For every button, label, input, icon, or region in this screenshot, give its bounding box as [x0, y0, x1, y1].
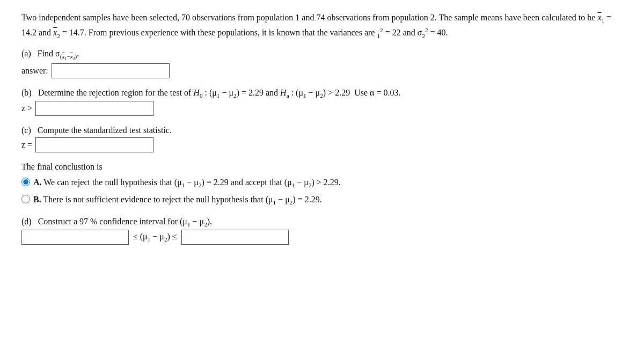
part-d-answer-row: ≤ (μ1 − μ2) ≤ [21, 230, 623, 245]
part-d-input-right[interactable] [181, 230, 289, 245]
part-b-answer-row: z > [21, 101, 623, 116]
option-b-radio[interactable] [21, 195, 30, 203]
part-b-label: (b) Determine the rejection region for t… [21, 88, 623, 99]
part-a-label: (a) Find σ(x1−x2). [21, 49, 623, 61]
option-a-row: A. We can reject the null hypothesis tha… [21, 176, 623, 190]
part-a-answer-label: answer: [21, 66, 48, 76]
part-b-prefix: z > [21, 104, 32, 113]
part-d-input-left[interactable] [21, 230, 129, 245]
part-c-answer-row: z = [21, 137, 623, 152]
option-b-row: B. There is not sufficient evidence to r… [21, 193, 623, 207]
part-a-answer-row: answer: [21, 63, 623, 78]
section-d: (d) Construct a 97 % confidence interval… [21, 217, 623, 245]
option-a-label: A. We can reject the null hypothesis tha… [33, 176, 341, 190]
part-b-input[interactable] [35, 101, 153, 116]
part-c-prefix: z = [21, 140, 32, 150]
part-d-label: (d) Construct a 97 % confidence interval… [21, 217, 623, 228]
section-conclusion: The final conclustion is A. We can rejec… [21, 162, 623, 207]
conclusion-options: A. We can reject the null hypothesis tha… [21, 176, 623, 207]
section-a: (a) Find σ(x1−x2). answer: [21, 49, 623, 78]
part-a-input[interactable] [52, 63, 170, 78]
part-c-label: (c) Compute the standardized test statis… [21, 126, 623, 135]
option-a-radio[interactable] [21, 178, 30, 186]
option-b-label: B. There is not sufficient evidence to r… [33, 193, 322, 207]
part-c-input[interactable] [35, 137, 153, 152]
section-c: (c) Compute the standardized test statis… [21, 126, 623, 152]
intro-text: Two independent samples have been select… [21, 11, 623, 41]
part-d-middle-label: ≤ (μ1 − μ2) ≤ [133, 232, 177, 243]
conclusion-label: The final conclustion is [21, 162, 623, 172]
section-b: (b) Determine the rejection region for t… [21, 88, 623, 116]
